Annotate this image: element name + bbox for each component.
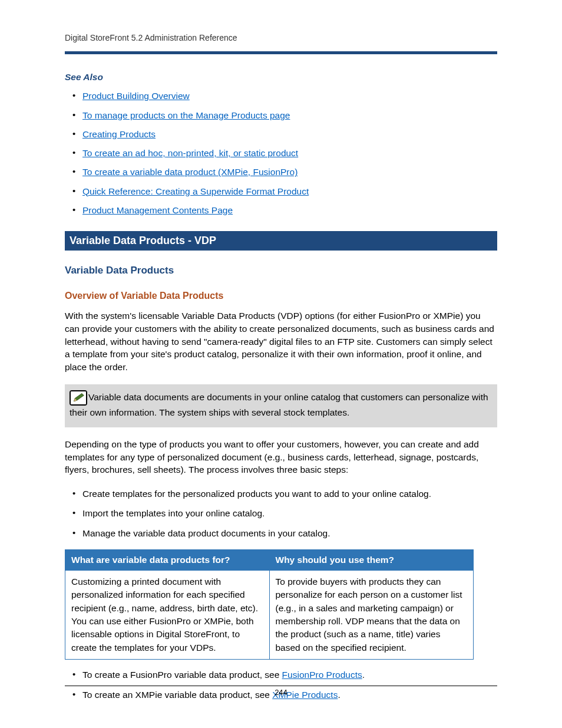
see-also-list: Product Building Overview To manage prod… <box>65 89 497 217</box>
link-creating-products[interactable]: Creating Products <box>82 129 156 139</box>
link-adhoc-product[interactable]: To create an ad hoc, non-printed, kit, o… <box>82 148 298 158</box>
table-cell-why: To provide buyers with products they can… <box>269 570 474 660</box>
link-superwide-format[interactable]: Quick Reference: Creating a Superwide Fo… <box>82 186 309 196</box>
table-header-why: Why should you use them? <box>269 549 474 570</box>
list-item: To create an ad hoc, non-printed, kit, o… <box>65 146 497 160</box>
list-item: To create a variable data product (XMPie… <box>65 165 497 179</box>
text-prefix: To create a FusionPro variable data prod… <box>82 670 282 680</box>
heading-vdp: Variable Data Products <box>65 263 497 278</box>
table-header-what: What are variable data products for? <box>65 549 270 570</box>
document-page: Digital StoreFront 5.2 Administration Re… <box>0 0 562 728</box>
list-item: Import the templates into your online ca… <box>65 506 497 520</box>
table-header-row: What are variable data products for? Why… <box>65 549 474 570</box>
page-number: 244 <box>0 687 562 698</box>
link-variable-data-product[interactable]: To create a variable data product (XMPie… <box>82 167 297 177</box>
pencil-icon <box>70 390 87 406</box>
list-item: Manage the variable data product documen… <box>65 526 497 540</box>
table-row: Customizing a printed document with pers… <box>65 570 474 660</box>
table-cell-what: Customizing a printed document with pers… <box>65 570 270 660</box>
note-callout: Variable data documents are documents in… <box>65 384 497 427</box>
steps-list: Create templates for the personalized pr… <box>65 487 497 540</box>
list-item: Product Management Contents Page <box>65 203 497 217</box>
section-banner: Variable Data Products - VDP <box>65 231 497 251</box>
vdp-table: What are variable data products for? Why… <box>65 549 474 660</box>
link-product-building-overview[interactable]: Product Building Overview <box>82 91 190 101</box>
heading-overview: Overview of Variable Data Products <box>65 289 497 302</box>
list-item: To manage products on the Manage Product… <box>65 108 497 122</box>
list-item: Creating Products <box>65 127 497 141</box>
text-suffix: . <box>362 670 365 680</box>
link-product-management-contents[interactable]: Product Management Contents Page <box>82 205 233 215</box>
list-item: To create a FusionPro variable data prod… <box>65 668 497 681</box>
see-also-heading: See Also <box>65 71 497 84</box>
list-item: Product Building Overview <box>65 89 497 103</box>
link-fusionpro-products[interactable]: FusionPro Products <box>282 670 362 680</box>
overview-paragraph: With the system's licensable Variable Da… <box>65 309 497 373</box>
link-manage-products[interactable]: To manage products on the Manage Product… <box>82 110 290 120</box>
list-item: Create templates for the personalized pr… <box>65 487 497 500</box>
depending-paragraph: Depending on the type of products you wa… <box>65 438 497 476</box>
footer-rule <box>65 686 497 686</box>
note-text: Variable data documents are documents in… <box>70 392 488 417</box>
header-rule <box>65 51 497 54</box>
list-item: Quick Reference: Creating a Superwide Fo… <box>65 185 497 198</box>
running-header: Digital StoreFront 5.2 Administration Re… <box>65 32 497 44</box>
